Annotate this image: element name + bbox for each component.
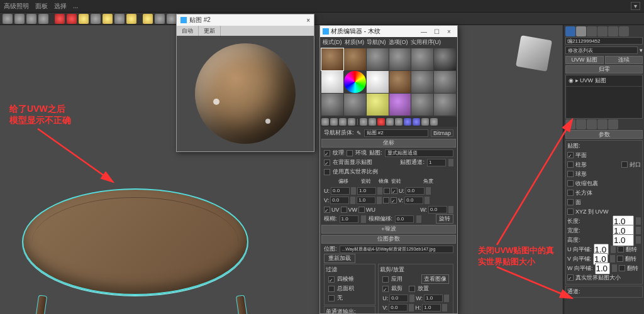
crop-v[interactable] [389,304,408,311]
crop-h[interactable] [422,304,441,311]
table-mesh[interactable] [16,188,261,314]
radio-box[interactable] [567,190,574,196]
swatch[interactable] [389,71,411,93]
eyedropper-icon[interactable]: ✎ [357,130,362,136]
bulb-icon[interactable] [126,14,136,24]
tool-icon[interactable] [386,118,394,126]
spinner-icon[interactable] [377,197,382,204]
tool-icon[interactable] [14,14,25,24]
close-icon[interactable]: × [306,17,310,24]
swatch[interactable] [434,71,456,93]
light-icon[interactable] [79,14,89,24]
dropdown-icon[interactable]: ▾ [631,2,640,10]
viewcube[interactable] [516,35,552,72]
section-bitmap[interactable]: 位图参数 [321,235,456,244]
material-type[interactable]: Bitmap [431,129,453,137]
crop-w[interactable] [424,295,443,302]
swatch[interactable] [389,94,411,116]
section-params[interactable]: 参数 [565,130,643,139]
trash-icon[interactable] [597,119,608,129]
blur-input[interactable] [340,215,358,223]
tool-icon[interactable] [377,118,385,126]
radio-uv[interactable] [324,207,330,213]
spinner-icon[interactable] [611,246,616,253]
radio-pyramid[interactable] [328,276,335,283]
spinner-icon[interactable] [444,295,449,302]
stack-item-uvw[interactable]: ◉ ▸ UVW 贴图 [566,75,642,87]
tool-icon[interactable] [143,14,153,24]
tool-icon[interactable] [3,14,13,24]
tool-icon[interactable] [404,118,411,126]
spinner-icon[interactable] [409,295,414,302]
maximize-icon[interactable]: ☐ [431,28,442,35]
bitmap-path-button[interactable]: ...Way材质基础4-切Way材质背景1293eb147.jpg [340,246,453,253]
config-icon[interactable] [608,119,618,129]
stack-icon[interactable] [587,119,597,129]
crop-u[interactable] [389,295,408,302]
swatch[interactable] [367,71,389,93]
spinner-icon[interactable] [350,197,355,204]
swatch[interactable] [344,71,366,93]
modifier-list-dropdown[interactable]: 修改器列表 [565,46,638,54]
swatch[interactable] [434,94,456,116]
tool-icon[interactable] [91,14,101,24]
spinner-icon[interactable] [377,187,382,195]
tool-icon[interactable] [421,118,429,126]
tool-icon[interactable] [339,118,347,126]
u-angle[interactable] [406,187,425,195]
menu-item[interactable]: 选择 [54,2,67,11]
menu-options[interactable]: 选项(O) [389,38,408,46]
tool-icon[interactable] [395,118,402,126]
swatch-active[interactable] [321,48,343,70]
v-angle[interactable] [404,197,423,204]
menu-item[interactable]: ... [73,3,78,9]
v-offset[interactable] [330,197,349,204]
cb-vflip[interactable] [617,256,623,262]
spinner-icon[interactable] [361,215,366,223]
section-noise[interactable]: + 噪波 [321,225,456,234]
reset-button[interactable]: 归零 [565,65,643,73]
spinner-icon[interactable] [442,304,447,311]
pin-icon[interactable] [565,119,575,129]
cb-wflip[interactable] [619,265,625,271]
radio-sum[interactable] [328,286,335,292]
tool-icon[interactable] [430,118,438,126]
cb-apply[interactable] [382,276,389,283]
menu-mode[interactable]: 模式(D) [323,38,342,46]
mat-titlebar[interactable]: 材质编辑器 - 木纹 —☐× [320,26,457,37]
spinner-icon[interactable] [636,227,641,234]
object-name-input[interactable] [565,37,643,45]
cb-realworld-size[interactable] [567,274,574,281]
tool-icon[interactable] [413,118,420,126]
cb-realworld[interactable] [324,169,330,175]
section-coords[interactable]: 坐标 [321,139,456,148]
u-tiling[interactable] [357,187,376,195]
swatch[interactable] [411,94,433,116]
w-angle[interactable] [428,206,447,214]
cb-v-mirror[interactable] [383,197,389,203]
menu-item[interactable]: 高级照明 [4,2,29,11]
utilities-tab-icon[interactable] [619,26,629,36]
cb-uflip[interactable] [618,246,624,252]
swatch[interactable] [344,94,366,116]
reload-button[interactable]: 重新加载 [324,254,355,263]
map-channel-dropdown[interactable]: 显式贴图通道 [385,149,453,157]
swatch[interactable] [321,71,343,93]
radio-xyz[interactable] [567,208,574,215]
cb-show-backface[interactable] [324,160,330,166]
cb-v-tile[interactable] [391,197,397,203]
spinner-icon[interactable] [409,304,414,311]
sun-icon[interactable] [103,14,113,24]
radio-sphere[interactable] [567,171,574,177]
spinner-icon[interactable] [636,236,641,244]
preview-titlebar[interactable]: 贴图 #2 × [177,14,314,26]
material-name-dropdown[interactable]: 贴图 #2 [364,129,428,137]
menu-nav[interactable]: 导航(N) [367,38,386,46]
rotate-button[interactable]: 旋转 [436,214,453,224]
modifier-stack[interactable]: ◉ ▸ UVW 贴图 [565,75,643,119]
height-input[interactable] [613,234,634,246]
map-channel-input[interactable] [427,159,446,166]
v-tiling[interactable] [357,197,375,204]
blur-offset-input[interactable] [395,215,414,223]
modify-tab-icon[interactable] [576,26,586,36]
